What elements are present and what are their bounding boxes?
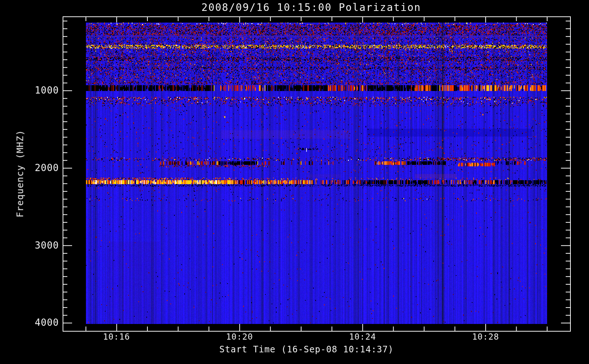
x-tick-label-10-24: 10:24 bbox=[337, 332, 388, 341]
time-axis-label: Start Time (16-Sep-08 10:14:37) bbox=[220, 344, 394, 355]
y-tick-label-1000: 1000 bbox=[15, 85, 59, 96]
plot-title: 2008/09/16 10:15:00 Polarization bbox=[201, 1, 421, 13]
x-tick-label-10-28: 10:28 bbox=[460, 332, 511, 341]
solar-radio-spectrogram-page: 2008/09/16 10:15:00 Polarization Frequen… bbox=[0, 0, 589, 364]
x-tick-label-10-16: 10:16 bbox=[91, 332, 142, 341]
y-tick-label-2000: 2000 bbox=[15, 162, 59, 173]
y-tick-label-4000: 4000 bbox=[15, 317, 59, 328]
x-tick-label-10-20: 10:20 bbox=[214, 332, 265, 341]
frequency-axis-label: Frequency (MHZ) bbox=[15, 130, 25, 218]
y-tick-label-3000: 3000 bbox=[15, 240, 59, 251]
spectrogram-heatmap-canvas bbox=[86, 23, 547, 324]
